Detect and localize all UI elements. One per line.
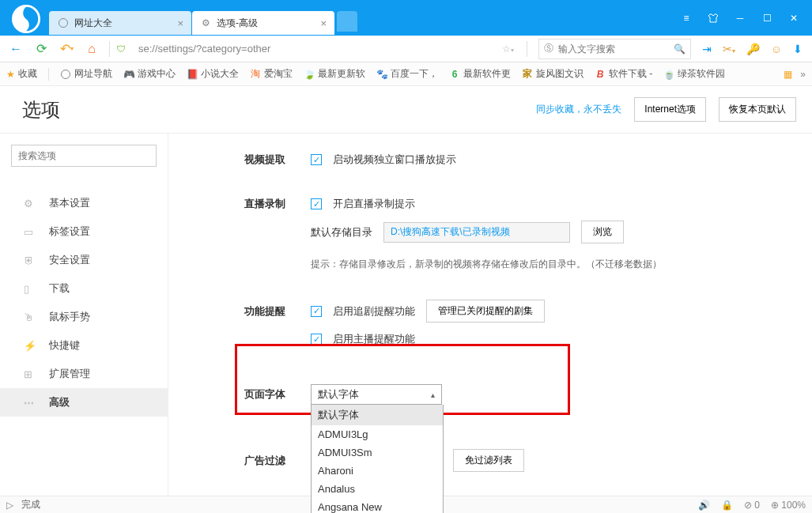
dir-label: 默认存储目录 <box>311 225 372 240</box>
shield-icon: 🛡 <box>116 43 126 55</box>
bookmark-item[interactable]: 🎮游戏中心 <box>123 67 176 81</box>
sidebar-item-basic[interactable]: ⚙基本设置 <box>0 189 168 217</box>
bookmark-item[interactable]: B软件下载 - <box>595 67 652 81</box>
manage-drama-button[interactable]: 管理已关闭提醒的剧集 <box>426 300 545 323</box>
tea-icon: 🍵 <box>663 69 674 80</box>
close-icon[interactable]: × <box>177 17 183 29</box>
adblock-whitelist-button[interactable]: 免过滤列表 <box>453 449 524 472</box>
bookmark-item[interactable]: 🍵绿茶软件园 <box>663 67 725 81</box>
new-tab-button[interactable] <box>337 11 357 32</box>
maximize-icon[interactable]: ☐ <box>761 13 772 24</box>
shield-icon: ⛨ <box>24 255 35 266</box>
dropdown-option[interactable]: Andalus <box>312 480 443 498</box>
sidebar-item-security[interactable]: ⛨安全设置 <box>0 246 168 274</box>
puzzle-icon: ⊞ <box>24 368 35 380</box>
grid-icon[interactable]: ▦ <box>784 69 792 80</box>
bookmark-item[interactable]: 🍃最新更新软 <box>304 67 365 81</box>
storage-path-input[interactable] <box>383 222 570 243</box>
play-icon[interactable]: ▷ <box>6 500 13 511</box>
key-icon[interactable]: 🔑 <box>746 43 760 55</box>
back-button[interactable]: ← <box>5 38 27 60</box>
jia-icon: 家 <box>522 69 533 80</box>
bookmark-label: 网址导航 <box>74 67 112 81</box>
font-select[interactable]: 默认字体 ▴ 默认字体 ADMUI3Lg ADMUI3Sm Aharoni An… <box>311 384 442 405</box>
scissors-icon[interactable]: ✂▾ <box>723 43 735 55</box>
bookmark-item[interactable]: 家旋风图文识 <box>522 67 584 81</box>
sidebar-item-label: 安全设置 <box>49 253 90 267</box>
bookmark-label: 小说大全 <box>201 67 239 81</box>
bolt-icon: ⚡ <box>24 340 35 352</box>
sidebar-item-label: 标签设置 <box>49 224 90 239</box>
star-icon: ★ <box>6 69 15 80</box>
address-bar: ← ⟳ ↶▾ ⌂ 🛡 ☆▾ Ⓢ 🔍 ⇥ ✂▾ 🔑 ☺ ⬇ <box>0 36 812 62</box>
volume-icon[interactable]: 🔊 <box>698 500 710 511</box>
sidebar-item-ext[interactable]: ⊞扩展管理 <box>0 360 168 388</box>
gear-icon: ⚙ <box>202 17 210 28</box>
sidebar-item-label: 鼠标手势 <box>49 310 90 324</box>
section-font-label: 页面字体 <box>244 388 285 400</box>
storage-hint: 提示：存储目录修改后，新录制的视频将存储在修改后的目录中。（不迁移老数据） <box>311 258 662 271</box>
dropdown-option[interactable]: Angsana New <box>312 498 443 513</box>
checkbox-label: 开启直播录制提示 <box>333 197 415 211</box>
browse-button[interactable]: 浏览 <box>581 221 624 243</box>
close-icon[interactable]: × <box>320 17 327 29</box>
sidebar-item-tabs[interactable]: ▭标签设置 <box>0 217 168 246</box>
shirt-icon[interactable] <box>708 13 719 24</box>
search-icon[interactable]: 🔍 <box>674 43 685 55</box>
restore-default-button[interactable]: 恢复本页默认 <box>719 97 796 122</box>
sidebar-item-label: 基本设置 <box>49 196 90 210</box>
reload-button[interactable]: ⟳ <box>30 38 52 60</box>
dropdown-option[interactable]: Aharoni <box>312 462 443 480</box>
game-icon: 🎮 <box>123 69 134 80</box>
tab-1[interactable]: ⚙ 选项-高级 × <box>192 11 334 35</box>
menu-icon[interactable]: ≡ <box>681 13 692 24</box>
sidebar-item-label: 下载 <box>49 281 70 296</box>
search-input[interactable] <box>558 43 669 55</box>
sidebar-item-advanced[interactable]: ⋯高级 <box>0 388 168 417</box>
adblock-icon[interactable]: ⊘ 0 <box>744 500 760 511</box>
sidebar-item-shortcut[interactable]: ⚡快捷键 <box>0 331 168 360</box>
url-input[interactable] <box>132 39 493 59</box>
search-box: Ⓢ 🔍 <box>538 39 691 59</box>
zoom-control[interactable]: ⊕ 100% <box>771 500 806 511</box>
bookmark-label: 最新软件更 <box>463 67 511 81</box>
minimize-icon[interactable]: ─ <box>735 13 746 24</box>
window-controls: ≡ ─ ☐ ✕ <box>681 0 812 36</box>
close-window-icon[interactable]: ✕ <box>788 13 799 24</box>
sogou-icon[interactable]: Ⓢ <box>544 42 553 55</box>
home-button[interactable]: ⌂ <box>81 38 103 60</box>
login-icon[interactable]: ⇥ <box>702 43 712 55</box>
checkbox[interactable]: ✓ <box>311 334 322 345</box>
section-func-label: 功能提醒 <box>244 305 285 317</box>
checkbox[interactable]: ✓ <box>311 154 322 165</box>
sidebar-search-input[interactable] <box>11 145 157 167</box>
bookmark-item[interactable]: 网址导航 <box>60 67 112 81</box>
favorites-button[interactable]: ★收藏 <box>6 67 37 81</box>
sidebar-item-download[interactable]: ▯下载 <box>0 274 168 303</box>
bookmark-item[interactable]: 🐾百度一下， <box>376 67 438 81</box>
checkbox[interactable]: ✓ <box>311 306 322 317</box>
bookmark-item[interactable]: 淘爱淘宝 <box>250 67 293 81</box>
lock-icon[interactable]: 🔒 <box>721 500 733 511</box>
bookmark-label: 爱淘宝 <box>264 67 293 81</box>
tab-0[interactable]: 网址大全 × <box>49 11 191 35</box>
face-icon[interactable]: ☺ <box>771 43 782 55</box>
six-icon: 6 <box>449 69 460 80</box>
section-record-label: 直播录制 <box>244 198 285 209</box>
bookmark-item[interactable]: 6最新软件更 <box>449 67 511 81</box>
dropdown-option[interactable]: ADMUI3Lg <box>312 425 443 443</box>
favorite-star-icon[interactable]: ☆▾ <box>496 43 520 55</box>
checkbox[interactable]: ✓ <box>311 198 322 209</box>
undo-button[interactable]: ↶▾ <box>55 38 77 60</box>
bookmark-item[interactable]: 📕小说大全 <box>187 67 239 81</box>
more-bookmarks-icon[interactable]: » <box>800 69 806 80</box>
dropdown-option[interactable]: 默认字体 <box>312 405 443 425</box>
sidebar-item-mouse[interactable]: 🖱鼠标手势 <box>0 303 168 331</box>
bookmark-label: 百度一下， <box>391 67 438 81</box>
internet-options-button[interactable]: Internet选项 <box>634 97 706 122</box>
download-icon[interactable]: ⬇ <box>793 43 803 55</box>
sync-link[interactable]: 同步收藏，永不丢失 <box>536 103 621 116</box>
dropdown-option[interactable]: ADMUI3Sm <box>312 443 443 462</box>
status-text: 完成 <box>21 498 40 511</box>
toolbar-extras: ⇥ ✂▾ 🔑 ☺ ⬇ <box>694 43 807 55</box>
